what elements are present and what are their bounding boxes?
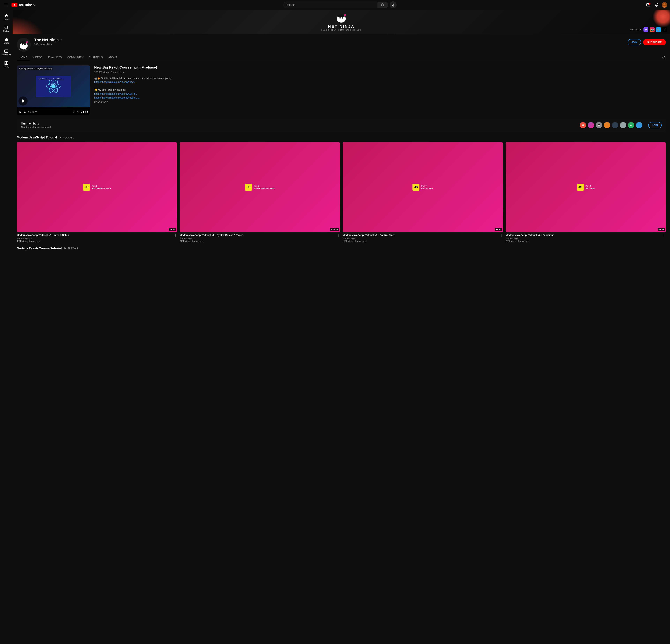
join-button[interactable]: JOIN: [628, 39, 641, 45]
play-all-button[interactable]: PLAY ALL: [59, 136, 74, 139]
subscribe-button[interactable]: SUBSCRIBE: [643, 39, 666, 45]
more-button-1[interactable]: ⋮: [174, 233, 177, 237]
sidebar-explore-label: Explore: [3, 30, 9, 32]
featured-link1[interactable]: https://thenetninja.co.uk/udemy/react...: [94, 81, 136, 83]
svg-point-30: [24, 44, 26, 45]
more-button-4[interactable]: ⋮: [663, 233, 666, 237]
main-content: NET NINJA BLACK-BELT YOUR WEB SKILLS Net…: [13, 10, 670, 257]
instagram-icon[interactable]: 📷: [650, 27, 655, 32]
video-card-2[interactable]: JS Part 2 Syntax Basics & Types 1:24:18 …: [180, 142, 340, 242]
member-avatar-5: [612, 122, 618, 129]
read-more-button[interactable]: READ MORE: [94, 101, 666, 104]
video-card-info-4: Modern JavaScript Tutorial #4 - Function…: [506, 233, 666, 242]
header-center: [37, 1, 643, 9]
video-card-3[interactable]: JS Part 3 Control Flow 53:00 Modern Java…: [343, 142, 503, 242]
mic-button[interactable]: [390, 1, 397, 9]
subtitles-icon[interactable]: [72, 111, 75, 113]
play-icon[interactable]: [19, 111, 22, 114]
banner-logo-container: NET NINJA BLACK-BELT YOUR WEB SKILLS: [321, 13, 362, 31]
featured-video-player[interactable]: New Big React Course (with Firebase) Bui…: [17, 65, 90, 115]
svg-marker-54: [64, 247, 66, 249]
svg-point-52: [599, 124, 600, 125]
sidebar-item-home[interactable]: Home: [1, 11, 12, 22]
sidebar-subscriptions-label: Subscriptions: [2, 54, 11, 56]
tiktok-icon[interactable]: T: [662, 27, 667, 32]
svg-rect-19: [5, 63, 6, 65]
members-avatars: M MO: [579, 122, 643, 129]
subscriptions-icon: [4, 49, 8, 53]
home-icon: [4, 13, 8, 18]
video-card-info-1: Modern JavaScript Tutorial #1 - Intro & …: [17, 233, 177, 242]
video-card-details-4: Modern JavaScript Tutorial #4 - Function…: [506, 233, 661, 242]
play-all-icon-node: [64, 247, 67, 250]
tab-playlists[interactable]: PLAYLISTS: [45, 54, 65, 61]
tab-community[interactable]: COMMUNITY: [65, 54, 86, 61]
playlist-section-modern-js: Modern JavaScript Tutorial PLAY ALL JS P…: [13, 136, 670, 247]
featured-section: New Big React Course (with Firebase) Bui…: [13, 61, 670, 119]
create-button[interactable]: +: [645, 1, 652, 9]
playlist-header-modern-js: Modern JavaScript Tutorial PLAY ALL: [17, 136, 666, 139]
tab-videos[interactable]: VIDEOS: [30, 54, 45, 61]
featured-link2[interactable]: https://thenetninja.co.uk/udemy/vue-a...: [94, 93, 137, 95]
video-channel-1: The Net Ninja ✓: [17, 237, 172, 240]
svg-point-36: [51, 84, 55, 88]
sidebar-item-shorts[interactable]: Shorts: [1, 35, 12, 46]
menu-button[interactable]: [3, 2, 9, 8]
svg-text:Build Web Apps with React & Fi: Build Web Apps with React & Firebase: [39, 78, 64, 80]
sidebar-item-subscriptions[interactable]: Subscriptions: [1, 47, 12, 58]
channel-name-row: The Net Ninja ✓: [34, 38, 624, 42]
logo-country: AU: [33, 4, 35, 6]
channel-details: The Net Ninja ✓ 982K subscribers: [34, 38, 624, 45]
video-card-title-3: Modern JavaScript Tutorial #3 - Control …: [343, 233, 498, 237]
svg-rect-18: [5, 61, 6, 63]
banner-pro-link[interactable]: Net Ninja Pro: [630, 28, 642, 31]
channel-info: NET NINJA The Net Ninja ✓ 982K subscribe…: [13, 34, 670, 52]
members-join-button[interactable]: JOIN: [648, 122, 661, 128]
featured-link3[interactable]: https://thenetninja.co.uk/udemy/moder...…: [94, 96, 139, 99]
member-avatar-3: [595, 122, 602, 129]
playlist-section-node: Node.js Crash Course Tutorial PLAY ALL: [13, 247, 670, 257]
notifications-button[interactable]: [653, 1, 660, 9]
play-all-button-node[interactable]: PLAY ALL: [64, 247, 79, 250]
video-card-title-4: Modern JavaScript Tutorial #4 - Function…: [506, 233, 661, 237]
settings-icon[interactable]: [77, 111, 80, 113]
part-label-1: Part 1 Introduction & Setup: [92, 185, 111, 190]
tab-search-button[interactable]: [662, 55, 666, 59]
js-logo-2: JS: [245, 183, 252, 191]
youtube-logo[interactable]: YouTube AU: [12, 3, 35, 7]
video-views-4: 255K views • 3 years ago: [506, 240, 661, 242]
user-avatar[interactable]: [661, 2, 667, 8]
video-card-1[interactable]: JS Part 1 Introduction & Setup 12:26 Mod…: [17, 142, 177, 242]
more-button-3[interactable]: ⋮: [500, 233, 503, 237]
sidebar-item-library[interactable]: Library: [1, 59, 12, 70]
patreon-icon[interactable]: U: [643, 27, 648, 32]
video-card-4[interactable]: JS Part 4 Functions 43:34 Modern JavaScr…: [506, 142, 666, 242]
sidebar-item-explore[interactable]: Explore: [1, 23, 12, 34]
twitter-icon[interactable]: 🐦: [656, 27, 661, 32]
fullscreen-icon[interactable]: [85, 111, 88, 113]
tab-channels[interactable]: CHANNELS: [86, 54, 106, 61]
cast-icon[interactable]: [81, 111, 84, 113]
svg-point-24: [342, 17, 343, 19]
channel-banner: NET NINJA BLACK-BELT YOUR WEB SKILLS Net…: [13, 10, 670, 34]
featured-title: New Big React Course (with Firebase): [94, 65, 666, 69]
svg-point-51: [598, 124, 599, 125]
video-card-details-3: Modern JavaScript Tutorial #3 - Control …: [343, 233, 498, 242]
tab-home[interactable]: HOME: [17, 54, 30, 61]
sidebar: Home Explore Shorts Subscriptions Librar…: [0, 10, 13, 644]
featured-meta: 122,067 views • 9 months ago: [94, 71, 666, 73]
search-button[interactable]: [377, 2, 388, 8]
svg-point-29: [22, 44, 23, 45]
js-logo-3: JS: [413, 183, 419, 191]
search-input[interactable]: [283, 2, 377, 8]
banner-channel-name: NET NINJA: [328, 24, 354, 29]
members-info: Our members Thank you channel members!: [21, 122, 577, 128]
progress-bar[interactable]: [19, 109, 88, 109]
more-button-2[interactable]: ⋮: [337, 233, 340, 237]
progress-fill: [19, 109, 22, 109]
tab-about[interactable]: ABOUT: [106, 54, 120, 61]
member-avatar-2: [588, 122, 594, 129]
member-avatar-4: [604, 122, 611, 129]
play-all-label-node: PLAY ALL: [68, 247, 79, 250]
volume-icon[interactable]: [23, 111, 27, 114]
